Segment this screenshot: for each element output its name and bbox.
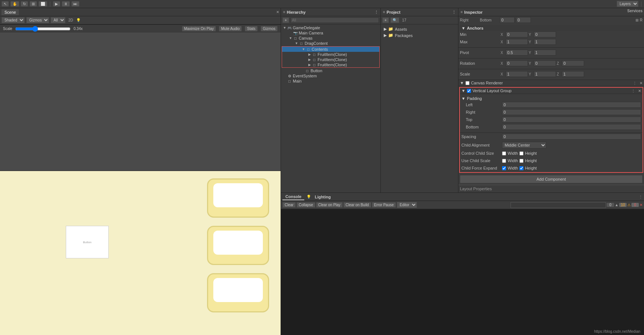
child-alignment-dropdown[interactable]: Middle Center bbox=[502, 142, 546, 148]
console-search[interactable] bbox=[511, 202, 606, 208]
toolbar-btn-move[interactable]: ↖ bbox=[1, 1, 9, 7]
project-add-btn[interactable]: + bbox=[382, 17, 389, 23]
tree-item-fruititem2[interactable]: ▶ □ FruitItem(Clone) bbox=[282, 57, 379, 62]
cfe-height-check[interactable] bbox=[519, 166, 523, 170]
tab-lighting[interactable]: Lighting bbox=[312, 194, 333, 200]
all-dropdown[interactable]: All bbox=[51, 17, 65, 23]
error-pause-btn[interactable]: Error Pause bbox=[372, 202, 396, 208]
scale-z[interactable] bbox=[562, 71, 584, 77]
bottom-pad-input[interactable] bbox=[502, 124, 641, 130]
scene-view-dropdown[interactable]: Shaded bbox=[1, 17, 25, 23]
rot-y[interactable] bbox=[534, 60, 556, 66]
contents-group: ▼ □ Contents ▶ □ FruitItem(Clone) ▶ □ bbox=[282, 46, 380, 68]
scale-x[interactable] bbox=[506, 71, 528, 77]
ccs-height-check[interactable] bbox=[519, 151, 523, 155]
hierarchy-search[interactable] bbox=[291, 17, 379, 23]
tree-item-dragcontent[interactable]: ▼ □ DragContent bbox=[281, 41, 380, 46]
project-panel: ≡ Project ⋮ + 🔍 17 ▶ 📁 Assets bbox=[381, 8, 458, 192]
project-assets[interactable]: ▶ 📁 Assets bbox=[382, 26, 457, 32]
tree-item-main[interactable]: □ Main bbox=[281, 78, 380, 84]
ccs-width-check[interactable] bbox=[502, 151, 506, 155]
cfe-height-label: Height bbox=[525, 166, 537, 170]
vlg-options[interactable]: ⋮ bbox=[631, 89, 635, 93]
pivot-y[interactable] bbox=[534, 50, 556, 56]
padding-label: Padding bbox=[467, 96, 482, 101]
anchors-max-y[interactable] bbox=[534, 39, 556, 45]
pivot-y-label: Y bbox=[529, 51, 533, 55]
services-label[interactable]: Services bbox=[626, 8, 644, 14]
close-scene[interactable]: ✕ bbox=[276, 10, 279, 14]
tree-item-fruititem1[interactable]: ▶ □ FruitItem(Clone) bbox=[282, 52, 379, 57]
warn-icon: ⚠ bbox=[627, 203, 631, 207]
right-val-input[interactable] bbox=[500, 17, 515, 23]
scale-y[interactable] bbox=[534, 71, 556, 77]
layers-dropdown[interactable]: Layers bbox=[617, 1, 638, 7]
min-x-label: X bbox=[501, 33, 505, 37]
label-main: Main bbox=[293, 79, 302, 83]
toolbar-btn-rect[interactable]: ⬜ bbox=[38, 1, 47, 7]
spacing-input[interactable] bbox=[502, 134, 641, 140]
rot-z[interactable] bbox=[562, 60, 584, 66]
rot-x[interactable] bbox=[506, 60, 528, 66]
pause-btn[interactable]: ⏸ bbox=[62, 1, 70, 7]
tree-item-gamedelegate[interactable]: ▼ 🎮 GameDelegate bbox=[281, 25, 380, 30]
top-pad-input[interactable] bbox=[502, 117, 641, 123]
collapse-btn[interactable]: Collapse bbox=[296, 202, 315, 208]
toolbar-btn-scale[interactable]: ⊞ bbox=[30, 1, 37, 7]
add-component-btn[interactable]: Add Component bbox=[460, 175, 643, 183]
play-btn[interactable]: ▶ bbox=[53, 1, 60, 7]
vlg-checkbox[interactable] bbox=[467, 89, 471, 93]
ucs-height-check[interactable] bbox=[519, 159, 523, 163]
stats-btn[interactable]: Stats bbox=[245, 26, 258, 31]
tab-console[interactable]: Console bbox=[282, 194, 304, 200]
vlg-close[interactable]: ✕ bbox=[638, 89, 641, 93]
hierarchy-options[interactable]: ⋮ bbox=[374, 10, 378, 14]
step-btn[interactable]: ⏭ bbox=[71, 1, 79, 7]
tree-item-contents[interactable]: ▼ □ Contents bbox=[282, 47, 379, 52]
rot-x-label: X bbox=[501, 61, 505, 66]
game-area: Button bbox=[0, 171, 281, 335]
left-pad-label: Left bbox=[461, 103, 502, 107]
toolbar-btn-pan[interactable]: ✋ bbox=[10, 1, 19, 7]
2d-toggle[interactable]: 2D bbox=[68, 18, 73, 22]
hierarchy-add-btn[interactable]: + bbox=[282, 17, 289, 23]
clear-on-play-btn[interactable]: Clear on Play bbox=[316, 202, 343, 208]
gizmos-dropdown[interactable]: Gizmos bbox=[26, 17, 49, 23]
label-fruit2: FruitItem(Clone) bbox=[318, 57, 347, 62]
anchors-min-y[interactable] bbox=[534, 31, 556, 37]
tree-item-eventsystem[interactable]: ⚙ EventSystem bbox=[281, 73, 380, 78]
bottom-val-input[interactable] bbox=[516, 17, 531, 23]
toolbar-btn-rotate[interactable]: ↻ bbox=[21, 1, 28, 7]
editor-dropdown[interactable]: Editor bbox=[397, 202, 417, 208]
cr-options[interactable]: ⋮ bbox=[633, 81, 637, 85]
tree-item-fruititem3[interactable]: ▶ □ FruitItem(Clone) bbox=[282, 62, 379, 67]
tree-item-button[interactable]: □ Button bbox=[281, 68, 380, 73]
mute-audio[interactable]: Mute Audio bbox=[219, 26, 242, 31]
clear-btn[interactable]: Clear bbox=[282, 202, 296, 208]
anchors-max-x[interactable] bbox=[506, 39, 528, 45]
layout-icon: ⊞ bbox=[635, 18, 638, 22]
project-options[interactable]: ⋮ bbox=[452, 10, 456, 14]
tab-scene[interactable]: Scene bbox=[1, 9, 19, 15]
light-toggle[interactable]: 💡 bbox=[76, 18, 81, 22]
right-pad-input[interactable] bbox=[502, 109, 641, 115]
cr-checkbox[interactable] bbox=[465, 81, 470, 85]
project-menu-icon: ≡ bbox=[383, 10, 385, 14]
console-options[interactable]: ⋮ bbox=[639, 195, 643, 199]
gizmos-btn2[interactable]: Gizmos bbox=[261, 26, 278, 31]
scale-slider[interactable] bbox=[15, 26, 71, 32]
maximize-on-play[interactable]: Maximize On Play bbox=[182, 26, 216, 31]
clear-on-build-btn[interactable]: Clear on Build bbox=[343, 202, 371, 208]
project-search-btn[interactable]: 🔍 bbox=[390, 17, 399, 23]
project-packages[interactable]: ▶ 📁 Packages bbox=[382, 32, 457, 38]
console-tab-bar: Console 💡 Lighting ⋮ bbox=[281, 193, 644, 201]
pivot-x[interactable] bbox=[506, 50, 528, 56]
cfe-width-check[interactable] bbox=[502, 166, 506, 170]
icon-maincamera: 📷 bbox=[293, 31, 298, 35]
tree-item-maincamera[interactable]: 📷 Main Camera bbox=[281, 30, 380, 36]
ucs-width-check[interactable] bbox=[502, 159, 506, 163]
tree-item-canvas[interactable]: ▼ □ Canvas bbox=[281, 36, 380, 41]
left-pad-input[interactable] bbox=[502, 102, 641, 108]
anchors-min-x[interactable] bbox=[506, 31, 528, 37]
cr-close[interactable]: ✕ bbox=[640, 81, 643, 85]
